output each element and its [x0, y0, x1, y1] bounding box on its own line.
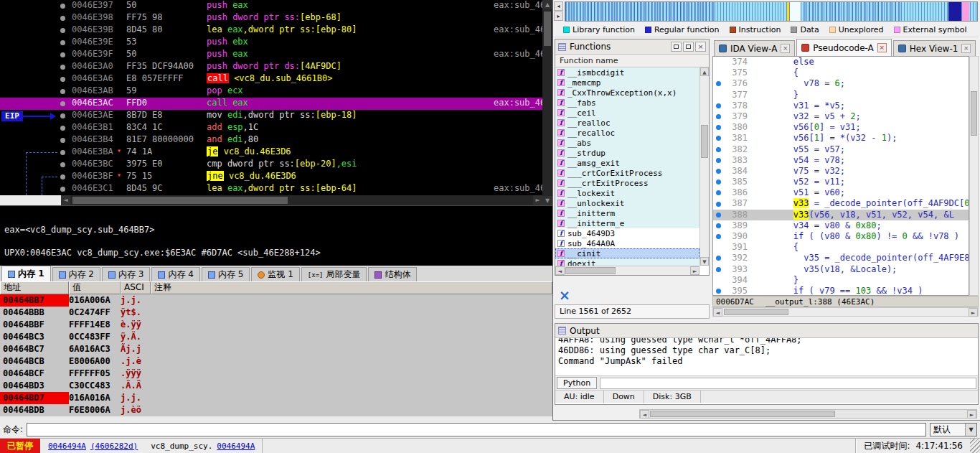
- navband-left-icon[interactable]: ◂: [554, 1, 563, 11]
- breakpoint-dot[interactable]: [60, 113, 65, 118]
- pseudocode-hscrollbar[interactable]: ◄ ►: [712, 307, 979, 317]
- breakpoint-dot[interactable]: [60, 187, 65, 192]
- breakpoint-dot[interactable]: [60, 4, 65, 9]
- dump-row[interactable]: 00464BD3C30CC483.Ä.Ã: [0, 380, 552, 392]
- disasm-row[interactable]: 0046E3B481E7 80000000and edi,80: [0, 134, 552, 146]
- pseudocode-line[interactable]: 389v34 = v80 & 0x80;: [713, 220, 969, 231]
- disasm-row[interactable]: 0046E3ACFFD0call eaxeax:sub_464: [0, 98, 552, 110]
- close-icon[interactable]: ×: [695, 42, 706, 52]
- pseudocode-line[interactable]: 375{: [713, 67, 969, 78]
- navigation-band[interactable]: [565, 1, 978, 22]
- breakpoint-dot[interactable]: [60, 89, 65, 94]
- functions-hscrollbar[interactable]: ◄ ►: [555, 266, 699, 275]
- dump-row[interactable]: 00464BC76A016AC3Ãj.j: [0, 343, 552, 355]
- dump-column-header[interactable]: 地址: [0, 281, 69, 294]
- statement-dot-icon[interactable]: [716, 190, 721, 195]
- pseudocode-line[interactable]: 376v78 = 6;: [713, 78, 969, 89]
- dump-tab[interactable]: 内存 1: [1, 266, 51, 281]
- dump-tab[interactable]: 结构体: [368, 267, 417, 281]
- output-log[interactable]: 4AFFA8: using guessed type wchar_t *off_…: [555, 338, 978, 375]
- statement-dot-icon[interactable]: [716, 169, 721, 174]
- statement-dot-icon[interactable]: [716, 114, 721, 119]
- float-icon[interactable]: [683, 42, 694, 52]
- breakpoint-dot[interactable]: [60, 162, 65, 167]
- pseudocode-line[interactable]: 374else: [713, 57, 969, 67]
- statement-dot-icon[interactable]: [716, 179, 721, 185]
- hscroll-thumb[interactable]: [565, 267, 616, 274]
- status-module-address-link[interactable]: 0046494A: [217, 442, 255, 451]
- pseudocode-line[interactable]: 388v33(v56, v18, v51, v52, v54, &L: [713, 210, 969, 220]
- function-item[interactable]: fsub_464A0A: [555, 238, 699, 248]
- pseudocode-line[interactable]: 387v33 = _decode_pointer(off_4AF9DC[0]);: [713, 198, 969, 209]
- breakpoint-dot[interactable]: [60, 28, 65, 33]
- disasm-row[interactable]: 0046E3AB59pop ecx: [0, 85, 552, 98]
- navband-right-icon[interactable]: ▸: [554, 11, 563, 21]
- scroll-down-icon[interactable]: ▼: [700, 257, 709, 266]
- pseudocode-line[interactable]: 384v75 = v32;: [713, 166, 969, 177]
- dump-tab[interactable]: 内存 4: [151, 267, 199, 281]
- function-item[interactable]: f__recalloc: [555, 128, 699, 138]
- breakpoint-dot[interactable]: [60, 174, 65, 179]
- disassembly-hscrollbar[interactable]: ◄ ►: [61, 195, 542, 205]
- pseudocode-line[interactable]: 382v55 = v57;: [713, 144, 969, 155]
- statement-dot-icon[interactable]: [716, 158, 721, 163]
- hscroll-thumb[interactable]: [650, 411, 835, 417]
- function-item[interactable]: f__unlockexit: [555, 198, 699, 208]
- vscroll-thumb[interactable]: [701, 125, 708, 158]
- tab-close-icon[interactable]: ×: [877, 43, 887, 52]
- scroll-down-icon[interactable]: ▼: [542, 196, 552, 205]
- function-item[interactable]: f__lockexit: [555, 188, 699, 198]
- dump-tab[interactable]: 监视 1: [251, 267, 299, 281]
- hscroll-thumb[interactable]: [724, 309, 788, 315]
- chevron-down-icon[interactable]: ▼: [965, 424, 976, 436]
- dump-tab[interactable]: 内存 2: [52, 267, 100, 281]
- dump-row[interactable]: 00464BB7016A006Aj.j.: [0, 294, 552, 307]
- dump-row[interactable]: 00464BBB0C2474FFÿt$.: [0, 307, 552, 319]
- function-item[interactable]: f_CxxThrowException(x,x): [555, 88, 699, 98]
- disasm-row[interactable]: 0046E3B183C4 1Cadd esp,1C: [0, 122, 552, 134]
- command-profile-dropdown[interactable]: 默认 ▼: [930, 423, 977, 436]
- pseudocode-line[interactable]: 383v54 = v78;: [713, 155, 969, 166]
- pseudocode-line[interactable]: 386v51 = v60;: [713, 187, 969, 198]
- python-cli-button[interactable]: Python: [557, 377, 597, 389]
- dump-column-header[interactable]: ASCI: [121, 281, 151, 294]
- statement-dot-icon[interactable]: [716, 289, 721, 294]
- function-item[interactable]: f_memcmp: [555, 78, 699, 88]
- function-item[interactable]: f___crtExitProcess: [555, 178, 699, 188]
- resize-grip-icon[interactable]: [970, 439, 980, 453]
- breakpoint-dot[interactable]: [60, 150, 65, 155]
- tab-hex-view-1[interactable]: Hex View-1×: [893, 40, 976, 56]
- function-item[interactable]: f__initterm: [555, 208, 699, 218]
- statement-dot-icon[interactable]: [716, 256, 721, 261]
- scroll-left-icon[interactable]: ◄: [713, 308, 722, 317]
- statement-dot-icon[interactable]: [716, 213, 721, 218]
- pseudocode-line[interactable]: 378v31 = *v5;: [713, 101, 969, 111]
- function-item[interactable]: f__abs: [555, 138, 699, 148]
- dump-tab[interactable]: 内存 5: [202, 267, 250, 281]
- pseudocode-line[interactable]: 392v35 = _decode_pointer(off_4AF9E8);: [713, 253, 969, 263]
- disasm-row[interactable]: 0046E398FF75 98push dword ptr ss:[ebp-68…: [0, 12, 552, 24]
- scroll-up-icon[interactable]: ▲: [542, 0, 552, 9]
- breakpoint-dot[interactable]: [60, 40, 65, 45]
- dump-column-header[interactable]: 注释: [151, 281, 552, 294]
- disasm-row[interactable]: 0046E39750push eaxeax:sub_464: [0, 0, 552, 12]
- dump-row[interactable]: 00464BDBF6E8006Aj.èö: [0, 404, 552, 416]
- dump-row[interactable]: 00464BCBE8006A00.j.è: [0, 355, 552, 368]
- dump-row[interactable]: 00464BCFFFFFFF05.ÿÿÿ: [0, 368, 552, 380]
- function-item[interactable]: f__amsg_exit: [555, 158, 699, 168]
- dump-tab[interactable]: [x=]局部变量: [301, 267, 367, 281]
- vscroll-thumb[interactable]: [971, 91, 977, 136]
- tab-pseudocode-a[interactable]: Pseudocode-A×: [796, 39, 891, 56]
- statement-dot-icon[interactable]: [716, 234, 721, 239]
- dump-row[interactable]: 00464BD7016A016Aj.j.: [0, 392, 552, 404]
- statement-dot-icon[interactable]: [716, 103, 721, 108]
- dump-table-body[interactable]: 00464BB7016A006Aj.j.00464BBB0C2474FFÿt$.…: [0, 294, 552, 416]
- pseudocode-line[interactable]: 391{: [713, 242, 969, 253]
- scroll-right-icon[interactable]: ►: [533, 195, 542, 205]
- disasm-row[interactable]: 0046E3BC3975 E0cmp dword ptr ss:[ebp-20]…: [0, 159, 552, 171]
- statement-dot-icon[interactable]: [716, 81, 721, 86]
- pseudocode-line[interactable]: 381v56[1] = *(v32 - 1);: [713, 133, 969, 144]
- function-name-column-header[interactable]: Function name: [555, 55, 709, 67]
- function-item[interactable]: f___crtCorExitProcess: [555, 168, 699, 178]
- pseudocode-line[interactable]: 393v35(v18, &Locale);: [713, 264, 969, 275]
